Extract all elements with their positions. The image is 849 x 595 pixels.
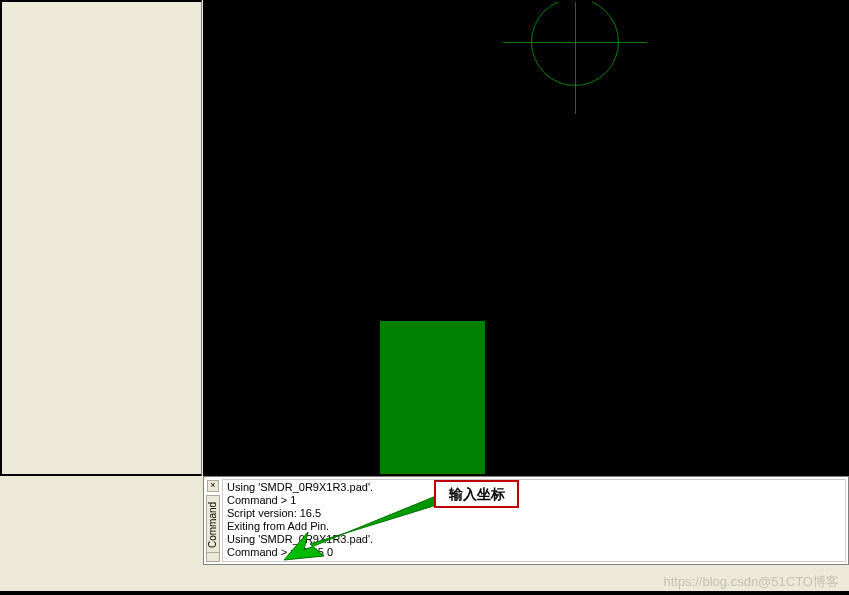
command-prompt-label: Command > — [227, 546, 290, 558]
annotation-callout: 输入坐标 — [434, 480, 519, 508]
pad-shape[interactable] — [380, 321, 485, 475]
command-pushpin-icon[interactable] — [206, 552, 220, 562]
command-history-line: Command > 1 — [227, 494, 841, 507]
origin-horizontal-line — [503, 42, 647, 43]
command-panel: × Command Using 'SMDR_0R9X1R3.pad'. Comm… — [203, 476, 849, 565]
canvas-workspace[interactable] — [203, 0, 849, 476]
command-body: Using 'SMDR_0R9X1R3.pad'. Command > 1 Sc… — [222, 479, 846, 562]
command-history-line: Script version: 16.5 — [227, 507, 841, 520]
command-history-line: Using 'SMDR_0R9X1R3.pad'. — [227, 481, 841, 494]
command-input-line: Command > x -1.05 0 — [227, 546, 841, 559]
left-panel — [0, 0, 202, 476]
origin-vertical-line — [575, 0, 576, 114]
command-history-line: Using 'SMDR_0R9X1R3.pad'. — [227, 533, 841, 546]
command-panel-tab[interactable]: Command — [206, 495, 220, 555]
command-input[interactable]: x -1.05 0 — [290, 546, 333, 558]
watermark-text: https://blog.csdn@51CTO博客 — [663, 573, 839, 591]
command-close-button[interactable]: × — [207, 480, 219, 492]
bottom-border — [0, 591, 849, 595]
command-history-line: Exiting from Add Pin. — [227, 520, 841, 533]
lower-left-panel — [0, 476, 203, 595]
